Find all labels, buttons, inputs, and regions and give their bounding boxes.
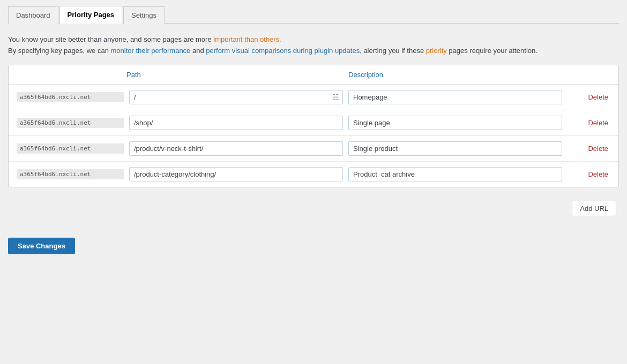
delete-button[interactable]: Delete (568, 142, 610, 155)
tab-priority-pages[interactable]: Priority Pages (59, 6, 122, 24)
desc-line2-highlight3: priority (426, 47, 447, 55)
copy-icon: ☵ (332, 93, 339, 101)
table-header: Path Description (9, 65, 618, 85)
domain-badge: a365f64bd6.nxcli.net (17, 118, 124, 128)
domain-badge: a365f64bd6.nxcli.net (17, 143, 124, 154)
path-input-wrapper (129, 167, 343, 181)
desc-line2-after: pages require your attention. (447, 47, 538, 55)
description-text: You know your site better than anyone, a… (8, 34, 619, 57)
path-input[interactable] (129, 116, 343, 130)
desc-line2-mid1: and (190, 47, 206, 55)
delete-button[interactable]: Delete (568, 117, 610, 129)
description-input[interactable] (348, 116, 562, 130)
path-input-wrapper (129, 141, 343, 156)
desc-line1-highlight: important than others. (213, 35, 281, 43)
description-input[interactable] (348, 141, 562, 156)
tab-settings[interactable]: Settings (123, 6, 165, 24)
desc-line2-highlight2: perform visual comparisons during plugin… (206, 47, 360, 55)
path-input-wrapper: ☵ (129, 90, 343, 104)
priority-pages-table: Path Description a365f64bd6.nxcli.net ☵ … (8, 65, 619, 187)
table-row: a365f64bd6.nxcli.net ☵ Delete (9, 85, 618, 110)
add-url-area: Add URL (8, 195, 619, 222)
save-changes-button[interactable]: Save Changes (8, 238, 75, 254)
domain-badge: a365f64bd6.nxcli.net (17, 92, 124, 102)
delete-button[interactable]: Delete (568, 91, 610, 103)
delete-button[interactable]: Delete (568, 168, 610, 180)
description-input[interactable] (348, 167, 562, 181)
tab-bar: Dashboard Priority Pages Settings (8, 5, 619, 24)
desc-line2-mid2: , alerting you if these (360, 47, 426, 55)
col-header-path: Path (124, 71, 346, 79)
col-header-description: Description (346, 71, 568, 79)
desc-line2-before: By specifying key pages, we can (8, 47, 111, 55)
desc-line1-before: You know your site better than anyone, a… (8, 35, 213, 43)
description-input[interactable] (348, 90, 562, 104)
path-input[interactable] (129, 90, 343, 104)
desc-line2-highlight1: monitor their performance (111, 47, 191, 55)
tab-dashboard[interactable]: Dashboard (8, 6, 58, 24)
table-row: a365f64bd6.nxcli.net Delete (9, 162, 618, 187)
domain-badge: a365f64bd6.nxcli.net (17, 169, 124, 179)
path-input-wrapper (129, 116, 343, 130)
table-row: a365f64bd6.nxcli.net Delete (9, 136, 618, 162)
path-input[interactable] (129, 141, 343, 156)
table-row: a365f64bd6.nxcli.net Delete (9, 110, 618, 136)
add-url-button[interactable]: Add URL (572, 201, 616, 216)
path-input[interactable] (129, 167, 343, 181)
